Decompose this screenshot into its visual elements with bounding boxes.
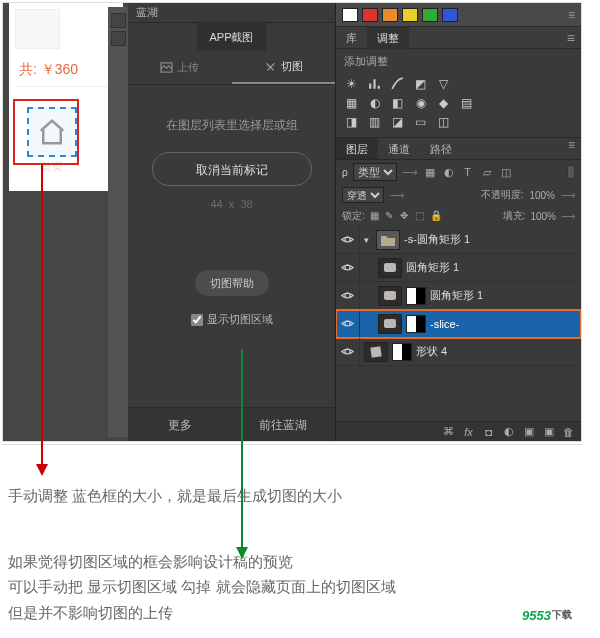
lock-all-icon[interactable]: 🔒 <box>430 210 442 222</box>
curves-icon[interactable] <box>390 76 405 91</box>
filter-text-icon[interactable]: T <box>461 165 475 179</box>
link-layers-icon[interactable]: ⌘ <box>442 425 455 438</box>
show-slice-area-checkbox[interactable] <box>191 314 203 326</box>
filter-pixel-icon[interactable]: ▦ <box>423 165 437 179</box>
opacity-label: 不透明度: <box>481 188 524 202</box>
tab-paths[interactable]: 路径 <box>420 138 462 159</box>
opacity-value[interactable]: 100% <box>529 190 555 201</box>
tab-channels[interactable]: 通道 <box>378 138 420 159</box>
swatch-orange[interactable] <box>382 8 398 22</box>
adjustment-icons-row1: ☀ ◩ ▽ <box>336 74 581 93</box>
tab-app-screenshot[interactable]: APP截图 <box>197 23 266 51</box>
threshold-icon[interactable]: ◪ <box>390 114 405 129</box>
colorbalance-icon[interactable]: ◐ <box>367 95 382 110</box>
layers-footer: ⌘ fx ◘ ◐ ▣ ▣ 🗑 <box>336 421 581 441</box>
filter-smart-icon[interactable]: ◫ <box>499 165 513 179</box>
swatch-green[interactable] <box>422 8 438 22</box>
tab-empty-left[interactable] <box>128 23 197 51</box>
bw-icon[interactable]: ◧ <box>390 95 405 110</box>
image-icon <box>160 62 173 73</box>
lock-artboard-icon[interactable]: ⬚ <box>415 210 427 222</box>
subtab-slice[interactable]: 切图 <box>232 51 336 84</box>
panel-menu-icon[interactable]: ≡ <box>562 138 581 159</box>
slice-icon <box>264 61 277 72</box>
group-icon[interactable]: ▣ <box>522 425 535 438</box>
layer-filter-row: ρ 类型 ⟶ ▦ ◐ T ▱ ◫ <box>336 160 581 184</box>
blend-mode-select[interactable]: 穿透 <box>342 187 384 203</box>
more-button[interactable]: 更多 <box>128 408 232 441</box>
posterize-icon[interactable]: ▥ <box>367 114 382 129</box>
lock-pixels-icon[interactable]: ✎ <box>385 210 397 222</box>
filter-toggle[interactable] <box>567 165 575 179</box>
folder-thumb <box>376 230 400 250</box>
gradientmap-icon[interactable]: ▭ <box>413 114 428 129</box>
selectivecolor-icon[interactable]: ◫ <box>436 114 451 129</box>
lanhu-plugin-panel: 蓝湖 APP截图 上传 切图 在图层列表里选择层或组 取消当前标记 44 x 3… <box>128 3 335 441</box>
new-layer-icon[interactable]: ▣ <box>542 425 555 438</box>
swatch-red[interactable] <box>362 8 378 22</box>
hue-icon[interactable]: ▦ <box>344 95 359 110</box>
filter-shape-icon[interactable]: ▱ <box>480 165 494 179</box>
layer-row[interactable]: -slice- <box>336 310 581 338</box>
dock-button[interactable] <box>111 31 126 46</box>
cancel-mark-button[interactable]: 取消当前标记 <box>152 152 312 186</box>
fill-value[interactable]: 100% <box>530 211 556 222</box>
green-arrow <box>241 349 243 549</box>
select-layer-hint: 在图层列表里选择层或组 <box>166 117 298 134</box>
svg-line-0 <box>267 63 274 70</box>
layer-mask-thumb <box>392 343 412 361</box>
separator <box>2 444 582 445</box>
dock-button[interactable] <box>111 13 126 28</box>
twisty-icon[interactable]: ▾ <box>364 235 374 245</box>
tab-adjustments[interactable]: 调整 <box>367 27 409 49</box>
colorlookup-icon[interactable]: ▤ <box>459 95 474 110</box>
screenshot-region: 共: ￥360 首页 蓝湖 APP截图 上传 <box>2 2 582 442</box>
dim-height: 38 <box>240 198 252 210</box>
visibility-toggle[interactable] <box>336 226 360 253</box>
layer-row[interactable]: 形状 4 <box>336 338 581 366</box>
visibility-toggle[interactable] <box>336 254 360 281</box>
layer-row[interactable]: ▾-s-圆角矩形 1 <box>336 226 581 254</box>
mask-icon[interactable]: ◘ <box>482 425 495 438</box>
ps-dock-strip <box>108 7 128 437</box>
fx-icon[interactable]: fx <box>462 425 475 438</box>
watermark: 9553下载 <box>504 602 590 628</box>
subtab-upload[interactable]: 上传 <box>128 51 232 84</box>
visibility-toggle[interactable] <box>336 338 360 365</box>
goto-lanhu-button[interactable]: 前往蓝湖 <box>232 408 336 441</box>
filter-kind-select[interactable]: 类型 <box>353 163 397 181</box>
show-slice-area-toggle[interactable]: 显示切图区域 <box>191 312 273 327</box>
photofilter-icon[interactable]: ◉ <box>413 95 428 110</box>
filter-adjust-icon[interactable]: ◐ <box>442 165 456 179</box>
exposure-icon[interactable]: ◩ <box>413 76 428 91</box>
vibrance-icon[interactable]: ▽ <box>436 76 451 91</box>
tab-layers[interactable]: 图层 <box>336 138 378 159</box>
panel-menu-icon[interactable]: ≡ <box>568 8 575 22</box>
channelmixer-icon[interactable]: ◆ <box>436 95 451 110</box>
layer-row[interactable]: 圆角矩形 1 <box>336 254 581 282</box>
tab-library[interactable]: 库 <box>336 27 367 49</box>
home-slice-box[interactable] <box>27 107 77 157</box>
invert-icon[interactable]: ◨ <box>344 114 359 129</box>
visibility-toggle[interactable] <box>336 282 360 309</box>
trash-icon[interactable]: 🗑 <box>562 425 575 438</box>
tab-empty-right[interactable] <box>266 23 335 51</box>
adjustment-icons-row2: ▦ ◐ ◧ ◉ ◆ ▤ <box>336 93 581 112</box>
layer-thumb <box>378 314 402 334</box>
levels-icon[interactable] <box>367 76 382 91</box>
swatch-white[interactable] <box>342 8 358 22</box>
layer-mask-thumb <box>406 287 426 305</box>
swatch-blue[interactable] <box>442 8 458 22</box>
brightness-icon[interactable]: ☀ <box>344 76 359 91</box>
blend-opacity-row: 穿透 ⟶ 不透明度: 100% ⟶ <box>336 184 581 206</box>
layer-row[interactable]: 圆角矩形 1 <box>336 282 581 310</box>
panel-menu-icon[interactable]: ≡ <box>561 30 581 46</box>
adjustment-layer-icon[interactable]: ◐ <box>502 425 515 438</box>
lock-position-icon[interactable]: ✥ <box>400 210 412 222</box>
price-text: 共: ￥360 <box>15 55 123 87</box>
lock-transparent-icon[interactable]: ▦ <box>370 210 382 222</box>
lock-fill-row: 锁定: ▦ ✎ ✥ ⬚ 🔒 填充: 100% ⟶ <box>336 206 581 226</box>
swatch-yellow[interactable] <box>402 8 418 22</box>
slice-help-button[interactable]: 切图帮助 <box>195 270 269 296</box>
visibility-toggle[interactable] <box>336 310 360 337</box>
